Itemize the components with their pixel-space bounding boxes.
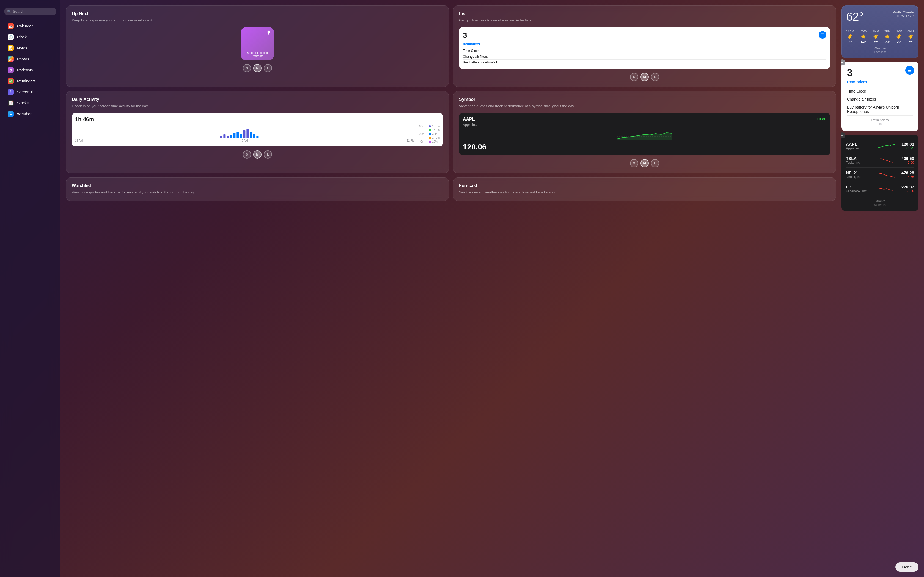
weather-hour-0: 11AM ☀️ 65°	[846, 30, 854, 44]
reminders-icon: ✅	[8, 78, 14, 84]
size-large-btn[interactable]: L	[651, 159, 659, 167]
sidebar-item-podcasts[interactable]: 🎙 Podcasts	[2, 65, 58, 75]
size-medium-btn[interactable]: M	[640, 73, 649, 81]
weather-sun-icon-2: ☀️	[873, 34, 879, 39]
stock-info-fb: FB Facebook, Inc.	[846, 185, 878, 193]
size-buttons-upnext: S M L	[72, 64, 443, 72]
stock-price-nflx: 478.28	[895, 170, 914, 175]
weather-right-info: Partly Cloudy H:75° L:53°	[893, 10, 914, 18]
symbol-content: AAPL +0.80 Apple Inc. 120.06	[459, 113, 830, 155]
daily-activity-description: Check in on your screen time activity fo…	[72, 103, 443, 108]
activity-chart: 1h 46m	[72, 113, 443, 147]
up-next-description: Keep listening where you left off or see…	[72, 18, 443, 23]
weather-sun-icon-0: ☀️	[846, 34, 854, 39]
size-medium-btn[interactable]: M	[253, 64, 262, 72]
weather-hour-3: 2PM ☀️ 73°	[884, 30, 891, 44]
stock-row-nflx: NFLX Netflix, Inc. 478.28 -4.56	[846, 168, 914, 182]
forecast-description: See the current weather conditions and f…	[459, 190, 830, 195]
size-medium-btn[interactable]: M	[640, 159, 649, 167]
size-small-btn[interactable]: S	[630, 159, 638, 167]
weather-label: Weather	[846, 47, 914, 50]
activity-duration: 1h 46m	[75, 116, 440, 122]
panel-reminders-label: Reminders	[847, 118, 913, 122]
list-title: List	[459, 11, 830, 16]
activity-bar-chart	[75, 125, 415, 139]
sidebar-item-label: Notes	[17, 46, 27, 50]
symbol-header: AAPL +0.80	[463, 117, 826, 122]
reminders-remove-btn[interactable]: −	[842, 60, 845, 65]
reminders-widget-inner: 3 ☰ Reminders Time Clock Change air filt…	[459, 27, 830, 69]
sidebar-item-stocks[interactable]: 📈 Stocks	[2, 98, 58, 108]
stock-row-fb: FB Facebook, Inc. 276.37 -0.58	[846, 182, 914, 196]
weather-sun-icon-5: ☀️	[908, 34, 914, 39]
forecast-widget: Forecast See the current weather conditi…	[453, 177, 836, 201]
sidebar-item-label: Screen Time	[17, 90, 39, 94]
done-button[interactable]: Done	[895, 562, 919, 572]
weather-sun-icon-1: ☀️	[859, 34, 867, 39]
stock-ticker-nflx: NFLX	[846, 170, 878, 175]
panel-reminder-item-1: Time Clock	[847, 87, 913, 95]
notes-icon: 📝	[8, 45, 14, 51]
panel-reminders-count: 3	[847, 67, 913, 79]
weather-sun-icon-3: ☀️	[884, 34, 891, 39]
activity-content: 1h 46m	[72, 113, 443, 147]
sidebar-item-reminders[interactable]: ✅ Reminders	[2, 76, 58, 86]
size-large-btn[interactable]: L	[264, 64, 272, 72]
size-large-btn[interactable]: L	[264, 150, 272, 158]
size-medium-btn[interactable]: M	[253, 150, 262, 158]
stock-company-aapl: Apple Inc.	[846, 147, 878, 150]
stocks-panel: − AAPL Apple Inc. 120.02 +0.75 TSLA Tesl…	[842, 135, 919, 211]
weather-sublabel: Forecast	[846, 50, 914, 53]
reminders-panel: − 3 ☰ Reminders Time Clock Change air fi…	[842, 61, 919, 131]
weather-hour-2: 1PM ☀️ 72°	[873, 30, 879, 44]
svg-rect-10	[253, 134, 255, 139]
svg-rect-5	[236, 132, 239, 139]
search-input[interactable]	[13, 9, 53, 13]
weather-icon: 🌤	[8, 111, 14, 117]
panel-reminders-title: Reminders	[847, 80, 913, 84]
sidebar-item-label: Reminders	[17, 79, 36, 83]
main-content: Up Next Keep listening where you left of…	[60, 0, 842, 577]
sidebar-item-photos[interactable]: 🖼 Photos	[2, 54, 58, 64]
list-description: Get quick access to one of your reminder…	[459, 18, 830, 23]
stocks-remove-btn[interactable]: −	[842, 132, 845, 139]
size-small-btn[interactable]: S	[630, 73, 638, 81]
stock-change-aapl: +0.75	[895, 147, 914, 150]
stock-chart-tsla	[878, 156, 895, 164]
search-icon: 🔍	[7, 10, 11, 13]
weather-hour-1: 12PM ☀️ 69°	[859, 30, 867, 44]
size-small-btn[interactable]: S	[243, 150, 251, 158]
sidebar-item-notes[interactable]: 📝 Notes	[2, 43, 58, 53]
symbol-title: Symbol	[459, 97, 830, 102]
weather-temp-row: 62° Partly Cloudy H:75° L:53°	[846, 10, 914, 23]
stock-row-aapl: AAPL Apple Inc. 120.02 +0.75	[846, 139, 914, 153]
reminders-list-icon: ☰	[819, 31, 826, 39]
weather-hour-4: 3PM ☀️ 73°	[896, 30, 902, 44]
calendar-icon: 📅	[8, 23, 14, 29]
search-box[interactable]: 🔍	[5, 8, 56, 15]
stock-values-tsla: 406.50 -2.00	[895, 156, 914, 164]
sidebar-item-label: Podcasts	[17, 68, 33, 72]
size-small-btn[interactable]: S	[243, 64, 251, 72]
stock-ticker-tsla: TSLA	[846, 156, 878, 161]
svg-rect-0	[220, 136, 222, 139]
sidebar-item-screentime[interactable]: ⏱ Screen Time	[2, 87, 58, 97]
symbol-price: 120.06	[463, 143, 826, 152]
stock-info-nflx: NFLX Netflix, Inc.	[846, 170, 878, 179]
stock-change-fb: -0.58	[895, 189, 914, 193]
list-widget: List Get quick access to one of your rem…	[453, 5, 836, 87]
weather-condition: Partly Cloudy	[893, 10, 914, 14]
stock-info-aapl: AAPL Apple Inc.	[846, 142, 878, 150]
svg-rect-8	[246, 129, 249, 139]
symbol-widget: Symbol View price quotes and track perfo…	[453, 91, 836, 173]
sidebar-item-clock[interactable]: 🕐 Clock	[2, 32, 58, 42]
stock-chart-fb	[878, 185, 895, 193]
symbol-change: +0.80	[817, 117, 826, 121]
svg-rect-11	[256, 136, 258, 139]
sidebar-item-weather[interactable]: 🌤 Weather	[2, 109, 58, 119]
watchlist-title: Watchlist	[72, 183, 443, 188]
size-large-btn[interactable]: L	[651, 73, 659, 81]
stock-values-fb: 276.37 -0.58	[895, 185, 914, 193]
sidebar-item-calendar[interactable]: 📅 Calendar	[2, 21, 58, 31]
stock-change-tsla: -2.00	[895, 161, 914, 164]
